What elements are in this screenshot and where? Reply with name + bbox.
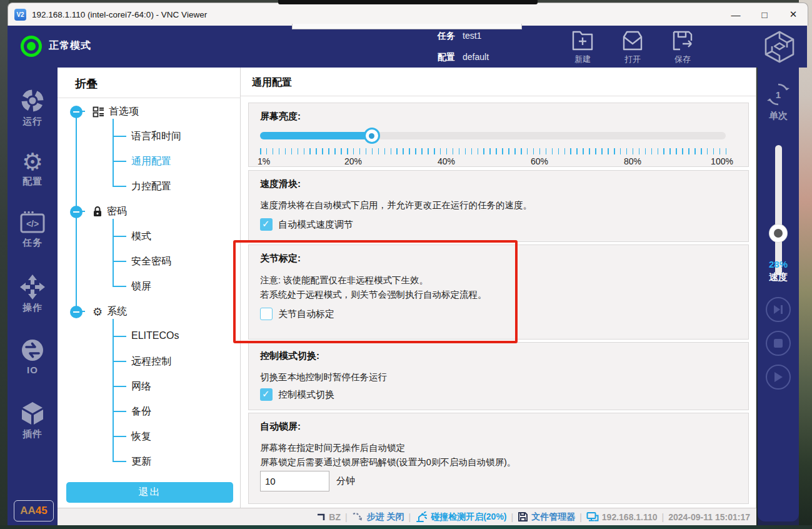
stop-button[interactable] [766,331,791,356]
status-item-bz[interactable]: BZ [316,512,341,522]
skip-to-end-button[interactable] [766,297,791,322]
section-auto-lock: 自动锁屏: 屏幕将在指定时间无操作后自动锁定 屏幕锁定后需要通过锁屏密码解锁(设… [248,413,749,504]
tree-node-label: 首选项 [109,105,139,118]
badge-text: AA [20,505,36,517]
plugin-cube-icon [19,400,46,426]
tree-item-safety-password[interactable]: 安全密码 [131,255,171,268]
tree-stub [113,186,126,187]
sidebar-item-jog[interactable]: 操作 [8,274,58,314]
tick-label: 60% [531,156,548,166]
single-run-button[interactable]: 1 单次 [758,80,799,122]
jog-arrows-icon [19,274,46,300]
brightness-slider-handle[interactable] [364,128,380,144]
play-button[interactable] [766,365,791,390]
tree-stub [113,386,126,387]
tick-label: 20% [344,156,362,166]
tree-node-preferences[interactable]: 首选项 [70,105,139,118]
sidebar-item-io[interactable]: IO [8,338,58,375]
skip-to-end-icon [772,304,784,315]
elite-robot-logo-icon [762,29,797,64]
section-title: 关节标定: [260,253,301,264]
checkbox-checked[interactable] [260,388,273,401]
exit-button[interactable]: 退出 [66,482,233,503]
sidebar-item-label: 任务 [23,237,43,249]
tree-item-restore[interactable]: 恢复 [131,430,151,443]
speed-slider-handle[interactable] [769,224,787,242]
checkbox-checked[interactable] [260,218,273,231]
svg-text:</>: </> [26,219,39,229]
tree-stub [113,411,126,412]
tree-stub [113,236,126,237]
tree-node-password[interactable]: 密码 [70,205,127,218]
tree-branch-line [113,119,114,186]
control-mode-checkbox-row[interactable]: 控制模式切换 [260,388,334,401]
new-file-icon [570,29,595,53]
tick-label: 80% [624,156,641,166]
section-title: 自动锁屏: [260,421,301,433]
open-file-icon [620,29,645,53]
auto-lock-minutes-input[interactable] [260,471,329,491]
section-speed-slider: 速度滑块: 速度滑块将在自动模式下启用，并允许更改正在运行的任务的速度。 自动模… [248,170,749,242]
sidebar-item-config[interactable]: ⚙ 配置 [8,150,58,188]
status-item-collision-detection[interactable]: 碰撞检测开启(20%) [415,511,506,523]
tree-item-elitecos[interactable]: ELITECOs [131,330,179,341]
vnc-toolbar-tab[interactable] [278,0,538,4]
status-item-ip-address[interactable]: 192.168.1.110 [586,511,658,522]
sidebar-item-plugin[interactable]: 插件 [8,400,58,440]
tree-node-system[interactable]: ⚙ 系统 [70,305,127,318]
section-description: 切换至本地控制时暂停任务运行 [260,370,387,385]
collapse-toggle-icon[interactable] [70,106,83,118]
note-line-2: 若系统处于远程模式，则关节会强制执行自动标定流程。 [260,288,487,302]
tree-stub [113,461,126,462]
tree-item-update[interactable]: 更新 [131,455,151,468]
checkbox-label: 关节自动标定 [278,308,334,320]
tree-item-mode[interactable]: 模式 [131,230,151,243]
status-label: 碰撞检测开启(20%) [431,511,506,523]
tree-stub [113,161,126,162]
save-icon [670,29,695,53]
status-label: BZ [329,512,341,522]
tree-item-backup[interactable]: 备份 [131,405,151,418]
brightness-tick-marks [260,148,726,154]
sidebar-item-task[interactable]: </> 任务 [8,210,58,249]
brightness-slider[interactable] [260,132,726,139]
desktop-background-bottom [0,525,812,529]
sidebar-item-label: 操作 [23,302,43,314]
action-label: 新建 [574,54,591,65]
window-titlebar[interactable]: V2 192.168.1.110 (intel-corei7-64:0) - V… [8,3,808,26]
section-title: 速度滑块: [260,178,301,190]
auto-speed-checkbox-row[interactable]: 自动模式速度调节 [260,218,353,231]
status-item-step-mode[interactable]: 步进 关闭 [352,511,404,523]
joint-auto-calibration-checkbox-row[interactable]: 关节自动标定 [260,308,334,320]
svg-text:1: 1 [776,89,781,100]
section-screen-brightness: 屏幕亮度: 1% 20% 40% 60% 80% 100% [248,103,749,167]
tree-item-language-time[interactable]: 语言和时间 [131,130,181,143]
status-label: 文件管理器 [531,511,575,523]
section-title: 屏幕亮度: [260,111,301,123]
collapse-tree-button[interactable]: 折叠 [75,76,98,91]
tree-item-lock-screen[interactable]: 锁屏 [131,280,151,293]
preferences-icon [93,106,104,118]
collapse-toggle-icon[interactable] [70,206,83,218]
tree-stub [113,286,126,287]
tree-item-remote-control[interactable]: 远程控制 [131,355,171,368]
save-task-button[interactable]: 保存 [658,29,708,65]
tree-item-network[interactable]: 网络 [131,380,151,393]
description-line-2: 屏幕锁定后需要通过锁屏密码解锁(设置为0则不启动自动锁屏)。 [260,455,516,470]
close-button[interactable]: ✕ [779,3,808,26]
speed-slider-vertical[interactable] [775,145,782,275]
config-gear-icon: ⚙ [22,150,43,174]
open-task-button[interactable]: 打开 [608,29,658,65]
collapse-toggle-icon[interactable] [70,306,83,318]
tree-item-general-config[interactable]: 通用配置 [131,155,171,168]
sidebar-item-label: 插件 [23,428,43,440]
tree-item-force-config[interactable]: 力控配置 [131,180,171,193]
minimize-button[interactable]: — [721,3,750,26]
separator: | [579,512,582,522]
checkbox-unchecked[interactable] [260,308,273,320]
single-run-label: 单次 [769,110,788,122]
sidebar-item-run[interactable]: 运行 [8,88,58,128]
maximize-button[interactable]: □ [750,3,779,26]
new-task-button[interactable]: 新建 [558,29,608,65]
status-item-file-manager[interactable]: 文件管理器 [518,511,575,523]
